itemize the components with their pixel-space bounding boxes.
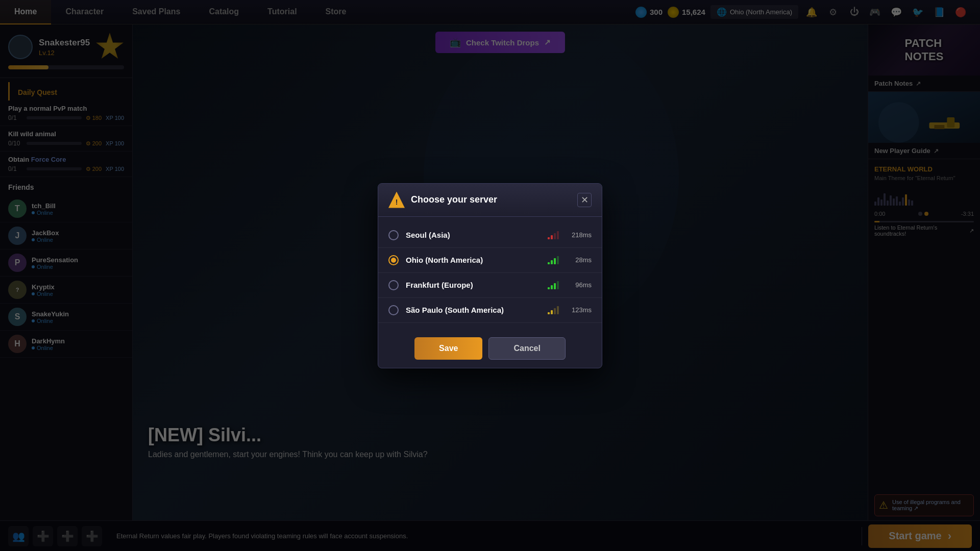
radio-ohio[interactable] <box>388 255 399 265</box>
ping-ms-frankfurt: 96ms <box>566 281 592 289</box>
ping-bar-seoul <box>548 231 559 239</box>
modal-warning-icon <box>388 192 405 208</box>
server-option-frankfurt[interactable]: Frankfurt (Europe) 96ms <box>378 273 602 298</box>
modal-close-button[interactable]: ✕ <box>577 193 592 207</box>
cancel-button[interactable]: Cancel <box>488 337 565 360</box>
ping-ms-ohio: 28ms <box>566 256 592 264</box>
server-name-sao-paulo: São Paulo (South America) <box>406 306 541 314</box>
radio-frankfurt[interactable] <box>388 280 399 290</box>
server-option-seoul[interactable]: Seoul (Asia) 218ms <box>378 223 602 248</box>
ping-bar-sao-paulo <box>548 306 559 314</box>
modal-overlay[interactable]: Choose your server ✕ Seoul (Asia) 218ms … <box>0 0 980 551</box>
modal-title: Choose your server <box>411 194 571 205</box>
server-name-seoul: Seoul (Asia) <box>406 231 541 239</box>
modal-body: Seoul (Asia) 218ms Ohio (North America) <box>378 217 602 329</box>
ping-bar-frankfurt <box>548 281 559 289</box>
radio-sao-paulo[interactable] <box>388 305 399 315</box>
ping-bar-ohio <box>548 256 559 264</box>
server-option-ohio[interactable]: Ohio (North America) 28ms <box>378 248 602 273</box>
modal-footer: Save Cancel <box>378 329 602 368</box>
modal-header: Choose your server ✕ <box>378 184 602 217</box>
server-name-ohio: Ohio (North America) <box>406 256 541 264</box>
server-selection-modal: Choose your server ✕ Seoul (Asia) 218ms … <box>378 183 602 368</box>
ping-ms-sao-paulo: 123ms <box>566 306 592 314</box>
server-option-sao-paulo[interactable]: São Paulo (South America) 123ms <box>378 298 602 323</box>
server-name-frankfurt: Frankfurt (Europe) <box>406 281 541 289</box>
save-button[interactable]: Save <box>414 337 482 360</box>
ping-ms-seoul: 218ms <box>566 231 592 239</box>
radio-seoul[interactable] <box>388 230 399 240</box>
